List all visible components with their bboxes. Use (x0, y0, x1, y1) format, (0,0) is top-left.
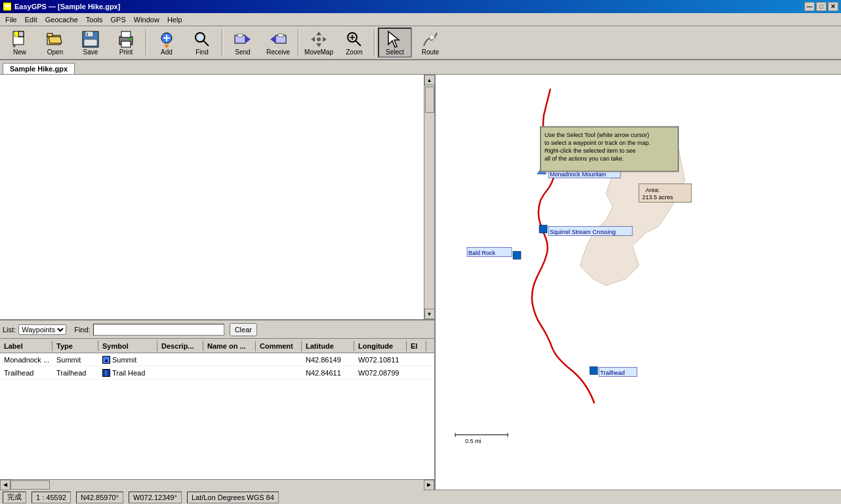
find-input[interactable] (93, 324, 224, 336)
svg-marker-29 (311, 37, 315, 42)
list-type-dropdown[interactable]: Waypoints Tracks Routes (18, 324, 66, 335)
toolbar-find-label: Find (195, 48, 208, 56)
cell-symbol-1: 🚶 Trail Head (98, 368, 157, 378)
zoom-icon (344, 29, 365, 48)
list-label: List: (3, 326, 16, 334)
map-panel[interactable]: Pumpelly Trail Monadnock Mountain Squirr… (436, 75, 841, 490)
toolbar-find-button[interactable]: Find (185, 28, 219, 58)
svg-rect-1 (18, 31, 24, 37)
svg-rect-5 (47, 33, 52, 37)
cell-type-0: Summit (52, 355, 98, 365)
select-icon (384, 30, 405, 48)
cell-el-0 (407, 359, 426, 361)
svg-rect-9 (87, 33, 88, 36)
svg-rect-26 (278, 34, 283, 37)
title-bar-controls[interactable]: — □ ✕ (804, 2, 838, 11)
col-nameon[interactable]: Name on ... (203, 341, 256, 351)
toolbar-print-button[interactable]: Print (109, 28, 143, 58)
find-icon (192, 29, 213, 48)
svg-text:all of the actions you can tak: all of the actions you can take. (544, 155, 624, 162)
status-zoom: 1 : 45592 (31, 492, 71, 503)
toolbar-select-button[interactable]: Select (378, 28, 412, 58)
cell-lon-1: W072.08799 (354, 368, 407, 378)
toolbar-zoom-label: Zoom (346, 48, 363, 56)
svg-rect-8 (84, 39, 97, 46)
col-descrip[interactable]: Descrip... (157, 341, 203, 351)
menu-geocache[interactable]: Geocache (41, 14, 82, 25)
cell-el-1 (407, 372, 426, 374)
app-icon: 🗺 (3, 2, 12, 11)
list-item[interactable]: Trailhead Trailhead 🚶 Trail Head N42.846… (0, 366, 434, 379)
cell-label-0: Monadnock ... (0, 355, 52, 365)
add-icon (156, 29, 177, 48)
toolbar-movemap-button[interactable]: MoveMap (302, 28, 336, 58)
toolbar-select-label: Select (386, 48, 404, 56)
toolbar-receive-button[interactable]: Receive (261, 28, 295, 58)
col-el[interactable]: El (407, 341, 426, 351)
menu-file[interactable]: File (1, 14, 21, 25)
send-icon (232, 29, 253, 48)
toolbar-send-button[interactable]: Send (226, 28, 260, 58)
toolbar-add-label: Add (161, 48, 173, 56)
toolbar-add-button[interactable]: Add (150, 28, 184, 58)
svg-line-19 (203, 41, 209, 46)
toolbar-route-button[interactable]: Route (413, 28, 447, 58)
svg-text:Use the Select Tool (white arr: Use the Select Tool (white arrow cursor) (544, 132, 649, 138)
minimize-button[interactable]: — (804, 2, 815, 11)
scroll-down-arrow[interactable]: ▼ (424, 309, 435, 319)
status-lat: N42.85970° (76, 492, 123, 503)
menu-tools[interactable]: Tools (82, 14, 107, 25)
clear-button[interactable]: Clear (230, 323, 257, 336)
map-svg: Pumpelly Trail Monadnock Mountain Squirr… (436, 75, 841, 490)
scroll-thumb-h[interactable] (10, 480, 50, 490)
zoom-label: 1 : 45592 (36, 494, 66, 501)
main-content: ▲ ▼ List: Waypoints Tracks Routes Find: … (0, 75, 841, 490)
find-label: Find: (74, 326, 90, 334)
vertical-scrollbar[interactable]: ▲ ▼ (424, 75, 434, 319)
svg-rect-52 (590, 367, 598, 375)
menu-edit[interactable]: Edit (21, 14, 41, 25)
toolbar-new-button[interactable]: ⊕ New (3, 28, 37, 58)
toolbar-send-label: Send (235, 48, 250, 56)
new-icon: ⊕ (9, 29, 30, 48)
svg-point-31 (317, 37, 321, 41)
menu-window[interactable]: Window (130, 14, 163, 25)
svg-rect-11 (121, 31, 131, 37)
col-symbol[interactable]: Symbol (98, 341, 157, 351)
tab-sample-hike[interactable]: Sample Hike.gpx (3, 63, 75, 74)
col-latitude[interactable]: Latitude (302, 341, 354, 351)
col-comment[interactable]: Comment (256, 341, 302, 351)
menu-help[interactable]: Help (163, 14, 186, 25)
toolbar-open-button[interactable]: Open (38, 28, 72, 58)
svg-rect-12 (121, 41, 131, 47)
col-type[interactable]: Type (52, 341, 98, 351)
cell-comment-0 (256, 359, 302, 361)
svg-point-20 (197, 35, 203, 40)
scroll-right-arrow[interactable]: ▶ (424, 480, 434, 490)
scroll-thumb[interactable] (425, 87, 434, 113)
close-button[interactable]: ✕ (828, 2, 838, 11)
toolbar-zoom-button[interactable]: Zoom (337, 28, 371, 58)
scroll-track[interactable] (10, 480, 424, 490)
menu-gps[interactable]: GPS (107, 14, 130, 25)
status-datum: Lat/Lon Degrees WGS 84 (187, 492, 279, 503)
scroll-up-arrow[interactable]: ▲ (424, 75, 435, 85)
col-longitude[interactable]: Longitude (354, 341, 407, 351)
scroll-left-arrow[interactable]: ◀ (0, 480, 10, 490)
svg-marker-17 (164, 45, 169, 48)
toolbar-open-label: Open (47, 48, 63, 56)
print-icon (115, 29, 136, 48)
svg-text:Trailhead: Trailhead (600, 370, 625, 376)
list-toolbar: List: Waypoints Tracks Routes Find: Clea… (0, 320, 434, 339)
toolbar-save-button[interactable]: Save (73, 28, 108, 58)
cell-descrip-0 (157, 359, 203, 361)
horizontal-scrollbar[interactable]: ◀ ▶ (0, 479, 434, 490)
symbol-icon-0: ▲ (102, 356, 110, 364)
map-preview: ▲ ▼ (0, 75, 434, 320)
maximize-button[interactable]: □ (816, 2, 827, 11)
svg-text:Right-click the selected item : Right-click the selected item to see (544, 147, 636, 154)
receive-icon (268, 29, 289, 48)
list-item[interactable]: Monadnock ... Summit ▲ Summit N42.86149 … (0, 353, 434, 366)
col-label[interactable]: Label (0, 341, 52, 351)
svg-text:213.5 acres: 213.5 acres (642, 194, 674, 201)
